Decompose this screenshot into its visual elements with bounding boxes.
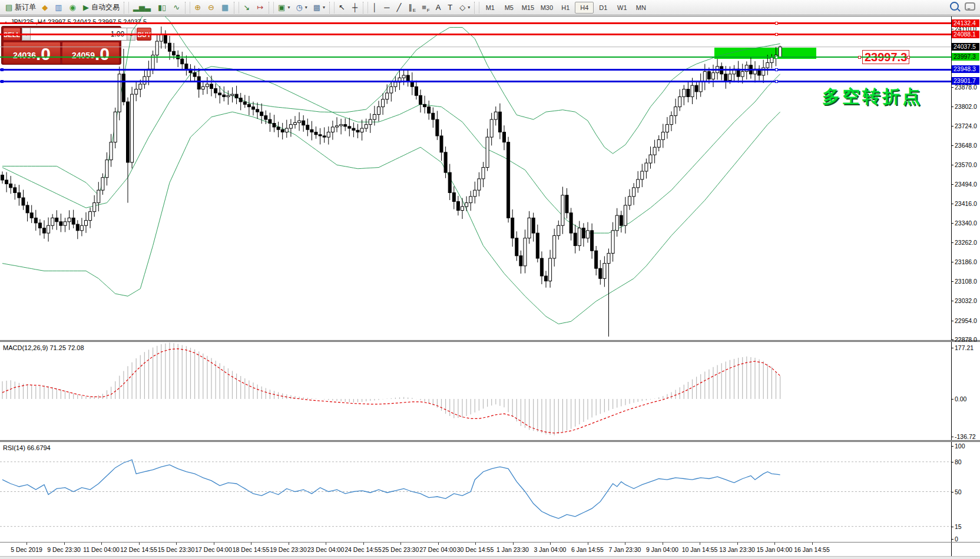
date-axis-label[interactable]: 1 Jan 23:30 [496, 546, 529, 553]
line-chart-button[interactable]: ∿ [170, 1, 184, 15]
date-axis-label[interactable]: 18 Dec 14:55 [233, 546, 269, 553]
cursor-icon: ↖ [339, 1, 345, 14]
tile-windows-button[interactable]: ▦ [218, 1, 233, 15]
date-axis-label[interactable]: 12 Dec 14:55 [120, 546, 157, 553]
new-chart-dropdown-icon[interactable]: ▾ [287, 5, 290, 10]
bar-chart-button[interactable]: ▂▅▃ [130, 1, 155, 15]
tile-windows-icon: ▦ [221, 1, 229, 14]
fibonacci-icon: ≡ [422, 1, 426, 14]
timeframe-mn-button[interactable]: MN [631, 2, 650, 14]
price-level-line-23948.3[interactable] [0, 69, 951, 71]
zoom-in-icon: ⊕ [194, 1, 201, 14]
line-handle[interactable] [775, 33, 778, 36]
toolbar-separator [185, 2, 190, 14]
zoom-out-button[interactable]: ⊖ [205, 1, 218, 15]
autotrading-button[interactable]: ▶自动交易 [80, 1, 122, 15]
line-handle[interactable] [775, 22, 778, 25]
date-axis-label[interactable]: 11 Dec 04:00 [83, 546, 120, 553]
date-axis-label[interactable]: 9 Dec 23:30 [47, 546, 81, 553]
price-tag-handle[interactable] [858, 56, 861, 59]
cursor-button[interactable]: ↖ [336, 1, 349, 15]
price-level-line-24132.4[interactable] [0, 22, 951, 24]
data-window-button[interactable]: ▥ [52, 1, 66, 15]
timeframe-h4-button[interactable]: H4 [575, 2, 594, 14]
chat-icon[interactable] [965, 2, 975, 11]
date-axis-label[interactable]: 5 Dec 2019 [11, 546, 42, 553]
chart-shift-button[interactable]: ↦ [254, 1, 267, 15]
line-handle[interactable] [1, 68, 4, 71]
price-axis-tick [951, 340, 953, 340]
toolbar-right-group [950, 1, 975, 11]
timeframe-m1-button[interactable]: M1 [481, 2, 499, 14]
price-chart-pane[interactable] [0, 16, 951, 340]
price-axis-line [951, 16, 952, 556]
date-axis-tick [700, 543, 700, 545]
new-chart-button[interactable]: ▣▾ [275, 1, 293, 15]
text-button[interactable]: A [433, 1, 445, 15]
date-axis-label[interactable]: 27 Dec 04:00 [419, 546, 456, 553]
templates-button[interactable]: ▩▾ [310, 1, 328, 15]
line-handle[interactable] [1, 80, 4, 83]
date-axis-label[interactable]: 16 Jan 14:55 [794, 546, 830, 553]
timeframe-m15-button[interactable]: M15 [518, 2, 537, 14]
date-axis-label[interactable]: 7 Jan 23:30 [609, 546, 641, 553]
rsi-axis-label: 50 [955, 488, 962, 495]
price-line-axis-label: 23997.3 [952, 53, 979, 61]
timeframe-w1-button[interactable]: W1 [612, 2, 631, 14]
market-watch-button[interactable]: ◆ [39, 1, 52, 15]
price-level-line-23901.7[interactable] [0, 81, 951, 82]
date-axis-label[interactable]: 25 Dec 23:30 [382, 546, 419, 553]
line-handle[interactable] [775, 80, 778, 83]
date-axis-label[interactable]: 9 Jan 04:00 [646, 546, 678, 553]
equidistant-channel-button[interactable]: ∥E [405, 1, 419, 15]
profiles-button[interactable]: ◷▾ [293, 1, 310, 15]
timeframe-h1-button[interactable]: H1 [556, 2, 575, 14]
fibonacci-button[interactable]: ≡F [419, 1, 432, 15]
text-label-button[interactable]: T [445, 1, 456, 15]
search-icon[interactable] [950, 2, 959, 11]
date-axis-separator [0, 542, 980, 543]
date-axis-label[interactable]: 17 Dec 04:00 [195, 546, 231, 553]
price-axis-label: 23570.0 [955, 161, 977, 168]
timeframe-d1-button[interactable]: D1 [594, 2, 612, 14]
vertical-line-button[interactable]: │ [369, 1, 381, 15]
rsi-pane[interactable] [0, 442, 951, 541]
crosshair-button[interactable]: ┼ [349, 1, 362, 15]
arrows-button[interactable]: ◇▾ [456, 1, 473, 15]
price-level-line-23997.3[interactable] [0, 56, 951, 58]
date-axis-label[interactable]: 19 Dec 23:30 [270, 546, 306, 553]
trendline-button[interactable]: ╱ [394, 1, 406, 15]
price-axis-label: 22954.0 [955, 317, 977, 324]
date-axis-label[interactable]: 15 Jan 04:00 [757, 546, 793, 553]
date-axis-label[interactable]: 23 Dec 04:00 [307, 546, 344, 553]
date-axis-tick [588, 543, 588, 545]
navigator-button[interactable]: ◉ [67, 1, 80, 15]
zoom-in-button[interactable]: ⊕ [191, 1, 205, 15]
price-axis-tick [951, 223, 953, 224]
auto-scroll-button[interactable]: ↘ [240, 1, 254, 15]
line-handle[interactable] [775, 68, 778, 71]
macd-pane[interactable] [0, 342, 951, 440]
date-axis-label[interactable]: 3 Jan 04:00 [534, 546, 567, 553]
date-axis-label[interactable]: 24 Dec 14:55 [345, 546, 381, 553]
timeframe-m30-button[interactable]: M30 [537, 2, 556, 14]
rsi-axis-tick [951, 539, 953, 540]
new-order-button[interactable]: ▤新订单 [2, 1, 39, 15]
arrows-dropdown-icon[interactable]: ▾ [468, 5, 470, 10]
price-level-line-24088.1[interactable] [0, 34, 951, 35]
profiles-dropdown-icon[interactable]: ▾ [305, 5, 307, 10]
horizontal-line-button[interactable]: ─ [381, 1, 393, 15]
date-axis-label[interactable]: 13 Jan 23:30 [719, 546, 755, 553]
date-axis-label[interactable]: 30 Dec 14:55 [457, 546, 494, 553]
date-axis-label[interactable]: 10 Jan 14:55 [682, 546, 718, 553]
templates-dropdown-icon[interactable]: ▾ [323, 5, 325, 10]
rsi-axis-tick [951, 446, 953, 447]
timeframe-m5-button[interactable]: M5 [499, 2, 518, 14]
date-axis-label[interactable]: 15 Dec 23:30 [158, 546, 194, 553]
date-axis-tick [774, 543, 775, 545]
date-axis-label[interactable]: 6 Jan 14:55 [571, 546, 604, 553]
date-axis-tick [139, 543, 140, 545]
price-tag-handle[interactable] [907, 56, 910, 59]
line-handle[interactable] [775, 56, 778, 59]
candlestick-chart-button[interactable]: ▮▯ [155, 1, 170, 15]
